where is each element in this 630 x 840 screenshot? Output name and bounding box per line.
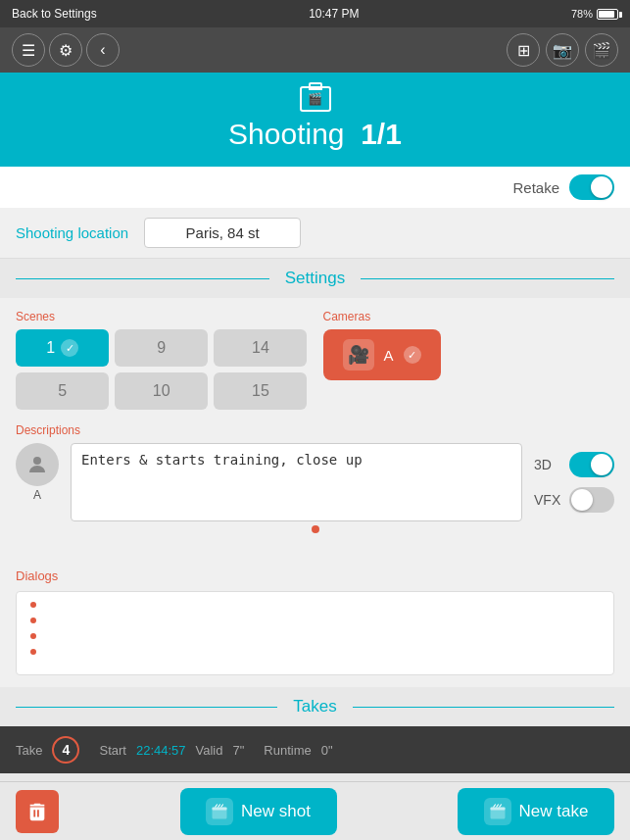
cameras-label: Cameras	[323, 310, 615, 323]
bottom-bar: New shot New take	[0, 781, 630, 840]
scenes-cameras-row: Scenes 1 ✓ 9 14 5 10 15 Cameras 🎥	[16, 310, 614, 410]
desc-row: A Enters & starts training, close up 3D …	[16, 443, 614, 521]
clapperboard-take-icon	[489, 803, 507, 820]
shooting-header: 🎬 Shooting 1/1	[0, 73, 630, 167]
settings-title: Settings	[277, 269, 353, 288]
dialog-dot-1	[30, 602, 36, 608]
takes-line-left	[16, 707, 277, 708]
status-bar: Back to Settings 10:47 PM 78%	[0, 0, 630, 27]
main-content: 🎬 Shooting 1/1 Retake Shooting location …	[0, 73, 630, 840]
dialog-item-1	[30, 602, 600, 608]
share-button[interactable]: 🎬	[585, 33, 618, 67]
new-take-icon	[484, 798, 511, 825]
back-to-settings-link[interactable]: Back to Settings	[12, 7, 97, 21]
svg-point-0	[33, 457, 41, 465]
nav-left: ☰ ⚙ ‹	[12, 33, 120, 67]
runtime-label: Runtime	[264, 743, 311, 758]
section-line-right	[361, 278, 614, 279]
scene-btn-15[interactable]: 15	[214, 372, 307, 410]
battery-percent: 78%	[571, 8, 593, 20]
scenes-block: Scenes 1 ✓ 9 14 5 10 15	[16, 310, 308, 410]
nav-right: ⊞ 📷 🎬	[507, 33, 618, 67]
toggle-3d-row: 3D	[534, 452, 614, 477]
new-take-label: New take	[519, 802, 589, 821]
status-right: 78%	[571, 8, 618, 20]
new-shot-label: New shot	[241, 802, 311, 821]
new-take-button[interactable]: New take	[458, 788, 614, 835]
svg-rect-2	[213, 807, 227, 810]
retake-label: Retake	[512, 179, 559, 196]
desc-toggles: 3D VFX	[534, 452, 614, 513]
top-nav: ☰ ⚙ ‹ ⊞ 📷 🎬	[0, 27, 630, 73]
clapperboard-icon	[211, 803, 228, 820]
takes-title: Takes	[285, 697, 344, 716]
export-button[interactable]: ⊞	[507, 33, 540, 67]
battery-icon	[597, 9, 618, 20]
descriptions-label: Descriptions	[16, 423, 614, 437]
status-left: Back to Settings	[12, 7, 97, 21]
camera-icon: 🎥	[343, 339, 374, 371]
section-line-left	[16, 278, 269, 279]
carousel-dot	[312, 525, 319, 533]
take-number-badge: 4	[52, 736, 79, 764]
dialog-dot-2	[30, 618, 36, 623]
valid-label: Valid	[196, 743, 223, 758]
retake-row: Retake	[0, 167, 630, 208]
toggle-3d-label: 3D	[534, 457, 561, 472]
camera-check: ✓	[404, 346, 421, 364]
new-shot-button[interactable]: New shot	[180, 788, 337, 835]
takes-line-right	[353, 707, 614, 708]
scene-value-1: 1	[46, 339, 55, 357]
take-row: Take 4 Start 22:44:57 Valid 7" Runtime 0…	[0, 726, 630, 773]
takes-section-header: Takes	[0, 687, 630, 726]
retake-toggle[interactable]	[569, 174, 614, 200]
location-input[interactable]: Paris, 84 st	[144, 218, 301, 248]
shooting-title: Shooting 1/1	[228, 118, 402, 151]
take-label: Take	[16, 743, 42, 758]
dialog-dot-3	[30, 633, 36, 639]
svg-rect-4	[490, 807, 505, 810]
cameras-block: Cameras 🎥 A ✓	[323, 310, 615, 410]
dialog-dot-4	[30, 649, 36, 655]
runtime-value: 0"	[321, 743, 333, 758]
status-time: 10:47 PM	[309, 7, 359, 21]
location-label: Shooting location	[16, 224, 128, 241]
scenes-label: Scenes	[16, 310, 308, 323]
shooting-title-number: 1/1	[361, 118, 402, 150]
dialog-item-3	[30, 633, 600, 639]
shooting-icon: 🎬	[300, 86, 331, 112]
delete-button[interactable]	[16, 790, 59, 833]
dialogs-section: Dialogs	[0, 557, 630, 687]
settings-button[interactable]: ⚙	[49, 33, 82, 67]
start-label: Start	[99, 743, 125, 758]
desc-avatar	[16, 443, 59, 486]
scene-btn-5[interactable]: 5	[16, 372, 109, 410]
camera-select-btn[interactable]: 🎥 A ✓	[323, 329, 441, 380]
location-row: Shooting location Paris, 84 st	[0, 208, 630, 259]
scene-btn-10[interactable]: 10	[115, 372, 208, 410]
scene-btn-14[interactable]: 14	[214, 329, 307, 367]
trash-icon	[26, 801, 48, 822]
scene-check-1: ✓	[61, 339, 78, 357]
start-value: 22:44:57	[136, 743, 186, 758]
settings-section-header: Settings	[0, 259, 630, 298]
desc-avatar-label: A	[16, 488, 59, 502]
toggle-vfx[interactable]	[569, 487, 614, 513]
dialogs-box	[16, 591, 614, 675]
camera-button[interactable]: 📷	[546, 33, 579, 67]
camera-value: A	[384, 347, 394, 364]
desc-textarea[interactable]: Enters & starts training, close up	[71, 443, 522, 521]
descriptions-section: Descriptions A Enters & starts training,…	[16, 423, 614, 533]
scene-btn-9[interactable]: 9	[115, 329, 208, 367]
desc-avatar-wrap: A	[16, 443, 59, 502]
scene-btn-1[interactable]: 1 ✓	[16, 329, 109, 367]
valid-value: 7"	[233, 743, 245, 758]
menu-button[interactable]: ☰	[12, 33, 45, 67]
dialogs-label: Dialogs	[16, 568, 614, 583]
scenes-grid: 1 ✓ 9 14 5 10 15	[16, 329, 308, 410]
toggle-3d[interactable]	[569, 452, 614, 477]
toggle-vfx-row: VFX	[534, 487, 614, 513]
back-button[interactable]: ‹	[86, 33, 120, 67]
dialog-item-2	[30, 618, 600, 623]
dialog-item-4	[30, 649, 600, 655]
